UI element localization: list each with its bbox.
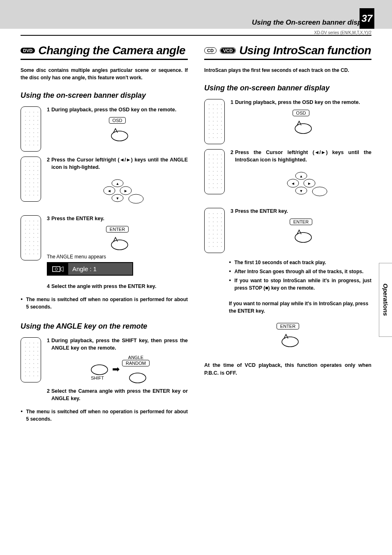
svg-text:►: ►: [307, 181, 311, 186]
camera-angle-icon: [48, 263, 68, 275]
header-title: Using the On-screen banner display: [252, 18, 371, 27]
svg-point-24: [312, 187, 327, 196]
step-text: Select the angle with press the ENTER ke…: [51, 283, 156, 290]
right-step-3: 3 Press the ENTER key. ENTER: [204, 208, 371, 253]
osd-key-label: OSD: [109, 117, 126, 124]
remote-icon: [204, 99, 225, 144]
page-number: 37: [360, 8, 374, 29]
angle-menu: Angle : 1: [47, 262, 133, 276]
left-note-list-2: The menu is switched off when no operati…: [21, 408, 188, 423]
arrow-right-icon: ➡: [112, 365, 120, 374]
svg-point-12: [55, 268, 58, 270]
right-sub1: Using the on-screen banner display: [204, 84, 371, 92]
osd-key-label: OSD: [293, 110, 310, 116]
hand-press-icon: [105, 233, 130, 251]
step-number: 1: [47, 106, 50, 114]
left-column: DVD Changing the Camera angle Some disc …: [21, 44, 188, 424]
step-number: 1: [231, 99, 233, 106]
svg-text:▲: ▲: [299, 174, 303, 178]
left-intro: Some disc contains multiple angles parti…: [21, 67, 188, 81]
left-step2-1: 1 During playback, press the SHIFT key, …: [21, 337, 188, 402]
bullet-text: After Intro Scan goes through all of the…: [234, 268, 363, 275]
step-number: 2: [47, 388, 50, 402]
svg-text:▼: ▼: [299, 189, 303, 193]
hand-press-icon: [85, 358, 110, 375]
svg-text:▼: ▼: [115, 196, 119, 200]
right-step-1: 1 During playback, press the OSD key on …: [204, 99, 371, 144]
left-note-list-1: The menu is switched off when no operati…: [21, 296, 188, 311]
left-sub2: Using the ANGLE key on the remote: [21, 322, 188, 331]
remote-icon: [204, 208, 225, 253]
hand-press-icon: [289, 226, 314, 243]
right-bullet-list: The first 10 seconds of each track play.…: [229, 259, 371, 292]
vcd-badge-text: VCD: [221, 48, 235, 53]
svg-text:◄: ◄: [107, 189, 111, 193]
angle-label: ANGLE: [128, 355, 143, 360]
step-number: 1: [47, 337, 50, 352]
enter-key-label: ENTER: [277, 323, 299, 329]
step-text: Press the ENTER key.: [51, 215, 104, 223]
svg-point-13: [91, 365, 108, 375]
bullet-text: If you want to stop IntroScan while it's…: [234, 277, 371, 292]
cd-badge: CD: [204, 47, 217, 54]
step-number: 3: [231, 208, 233, 215]
left-step-4: 4 Select the angle with press the ENTER …: [47, 283, 188, 290]
right-note-plain: If you want to normal play while it's in…: [229, 300, 371, 315]
step-text: Press the Cursor left/right (◄/►) keys u…: [51, 157, 188, 171]
remote-icon: [21, 337, 41, 382]
step-text: Press the Cursor left/right (◄/►) keys u…: [235, 149, 371, 164]
page-header-gray-bar: Using the On-screen banner display 37: [0, 0, 392, 29]
dvd-badge: DVD: [21, 48, 35, 53]
dpad-icon: ◄ ► ▲ ▼: [272, 167, 330, 200]
svg-point-9: [129, 194, 143, 203]
note-text: The menu is switched off when no operati…: [26, 296, 188, 311]
svg-point-14: [129, 373, 146, 383]
step-text: Select the Camera angle with press the E…: [51, 388, 188, 402]
right-heading-text: Using IntroScan function: [239, 44, 371, 57]
step-text: During playback, press the OSD key on th…: [51, 106, 176, 114]
step-text: During playback, press the OSD key on th…: [235, 99, 360, 106]
enter-key-label: ENTER: [290, 219, 312, 225]
step-number: 3: [47, 215, 50, 223]
hand-press-icon: [105, 124, 130, 142]
vcd-note: At the time of VCD playback, this functi…: [204, 362, 371, 377]
step-number: 2: [231, 149, 233, 164]
left-step-2: 2 Press the Cursor left/right (◄/►) keys…: [21, 157, 188, 210]
left-step-1: 1 During playback, press the OSD key on …: [21, 106, 188, 152]
remote-icon: [21, 106, 41, 152]
angle-caption: The ANGLE menu appears: [47, 254, 188, 260]
svg-rect-11: [53, 267, 60, 272]
left-main-heading: DVD Changing the Camera angle: [21, 44, 188, 57]
side-tab-label: Operations: [382, 283, 389, 316]
shift-label: SHIFT: [91, 375, 104, 380]
note-text: The menu is switched off when no operati…: [26, 408, 188, 423]
bullet-text: The first 10 seconds of each track play.: [234, 259, 326, 266]
random-key-label: RANDOM: [122, 360, 150, 366]
step-text: Press the ENTER key.: [235, 208, 288, 215]
heading-underline: [204, 59, 371, 60]
left-sub1: Using the on-screen banner display: [21, 91, 188, 100]
remote-icon: [204, 149, 225, 194]
remote-icon: [21, 157, 41, 202]
side-tab-operations: Operations: [379, 263, 392, 337]
hand-press-icon: [276, 330, 300, 348]
svg-text:▲: ▲: [115, 182, 119, 186]
hand-press-icon: [289, 117, 314, 134]
right-step-2: 2 Press the Cursor left/right (◄/►) keys…: [204, 149, 371, 203]
svg-text:►: ►: [124, 189, 128, 193]
right-intro: IntroScan plays the first few seconds of…: [204, 67, 371, 74]
right-column: CD VCD Using IntroScan function IntroSca…: [204, 44, 371, 424]
left-heading-text: Changing the Camera angle: [38, 44, 185, 57]
series-code: XD-DV series (EN/K,M,T,X,Y)/2: [0, 29, 392, 35]
step-text: During playback, press the SHIFT key, th…: [51, 337, 188, 352]
enter-key-label: ENTER: [106, 226, 129, 233]
vcd-badge: VCD: [220, 47, 236, 54]
heading-underline: [21, 59, 188, 60]
dpad-icon: ◄ ► ▲ ▼: [89, 174, 146, 207]
angle-menu-text: Angle : 1: [68, 263, 132, 275]
svg-text:◄: ◄: [291, 181, 295, 186]
right-main-heading: CD VCD Using IntroScan function: [204, 44, 371, 57]
step-number: 4: [47, 283, 50, 290]
left-step-3: 3 Press the ENTER key. ENTER The ANGLE m…: [21, 215, 188, 276]
hand-press-icon: [123, 366, 148, 384]
